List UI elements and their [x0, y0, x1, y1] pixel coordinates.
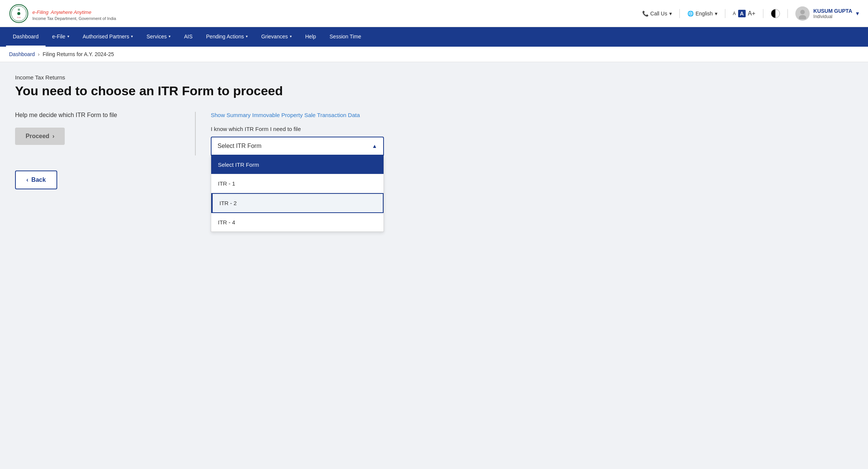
nav-label-services: Services: [146, 34, 167, 40]
svg-point-2: [17, 12, 20, 15]
dropdown-arrow-icon: ▲: [372, 143, 377, 149]
back-arrow-icon: ‹: [26, 177, 28, 183]
option-label-1: ITR - 1: [218, 180, 235, 187]
dropdown-selected[interactable]: Select ITR Form ▲: [211, 137, 384, 155]
nav-item-authorised-partners[interactable]: Authorised Partners ▾: [76, 27, 140, 47]
call-chevron-icon: ▾: [669, 11, 672, 17]
svg-point-5: [800, 10, 805, 14]
dropdown-selected-label: Select ITR Form: [218, 143, 261, 149]
contrast-button[interactable]: [771, 9, 780, 18]
nav-label-grievances: Grievances: [261, 34, 288, 40]
breadcrumb: Dashboard › Filing Returns for A.Y. 2024…: [0, 47, 868, 62]
svg-text:🏛: 🏛: [18, 8, 20, 11]
back-label: Back: [31, 177, 46, 183]
navbar: Dashboard e-File ▾ Authorised Partners ▾…: [0, 27, 868, 47]
partners-chevron-icon: ▾: [131, 34, 133, 38]
user-area[interactable]: KUSUM GUPTA Individual ▾: [795, 6, 859, 21]
user-role: Individual: [813, 14, 852, 19]
svg-point-6: [799, 15, 806, 19]
breadcrumb-current: Filing Returns for A.Y. 2024-25: [43, 51, 114, 57]
grievances-chevron-icon: ▾: [290, 34, 292, 38]
logo-subtitle: Income Tax Department, Government of Ind…: [32, 16, 116, 21]
right-panel: Show Summary Immovable Property Sale Tra…: [196, 112, 437, 155]
call-us-button[interactable]: 📞 Call Us ▾: [642, 11, 672, 17]
dropdown-option-select[interactable]: Select ITR Form: [211, 155, 384, 174]
lang-chevron-icon: ▾: [715, 11, 717, 17]
font-increase-button[interactable]: A+: [748, 10, 755, 17]
logo-area: 🏛 TAX e-Filing Anywhere Anytime Income T…: [9, 4, 116, 23]
dropdown-option-itr4[interactable]: ITR - 4: [211, 213, 384, 231]
pending-chevron-icon: ▾: [246, 34, 248, 38]
emblem-icon: 🏛 TAX: [9, 4, 29, 23]
nav-item-ais[interactable]: AIS: [177, 27, 199, 47]
summary-link[interactable]: Show Summary Immovable Property Sale Tra…: [211, 112, 437, 118]
user-name: KUSUM GUPTA: [813, 8, 852, 14]
user-info: KUSUM GUPTA Individual: [813, 8, 852, 19]
divider-2: [725, 9, 725, 18]
nav-item-dashboard[interactable]: Dashboard: [6, 27, 46, 47]
nav-label-ais: AIS: [184, 34, 193, 40]
content-grid: Help me decide which ITR Form to file Pr…: [15, 112, 437, 155]
breadcrumb-dashboard-link[interactable]: Dashboard: [9, 51, 35, 57]
avatar: [795, 6, 810, 21]
font-normal-button[interactable]: A: [738, 10, 746, 17]
nav-label-session-time: Session Time: [330, 34, 361, 40]
font-controls: A A A+: [733, 10, 755, 17]
breadcrumb-separator: ›: [38, 51, 40, 57]
efile-chevron-icon: ▾: [67, 34, 69, 38]
phone-icon: 📞: [642, 11, 649, 17]
main-content: Income Tax Returns You need to choose an…: [0, 62, 452, 201]
divider-4: [787, 9, 788, 18]
services-chevron-icon: ▾: [169, 34, 171, 38]
language-button[interactable]: 🌐 English ▾: [687, 11, 717, 17]
nav-label-efile: e-File: [52, 34, 65, 40]
help-text: Help me decide which ITR Form to file: [15, 112, 180, 119]
proceed-button[interactable]: Proceed ›: [15, 128, 65, 145]
svg-text:TAX: TAX: [17, 17, 21, 18]
option-label-3: ITR - 4: [218, 219, 235, 225]
header: 🏛 TAX e-Filing Anywhere Anytime Income T…: [0, 0, 868, 27]
option-label-0: Select ITR Form: [218, 161, 259, 168]
divider-3: [763, 9, 763, 18]
nav-label-pending-actions: Pending Actions: [206, 34, 244, 40]
page-label: Income Tax Returns: [15, 74, 437, 81]
nav-item-pending-actions[interactable]: Pending Actions ▾: [199, 27, 254, 47]
dropdown-option-itr1[interactable]: ITR - 1: [211, 174, 384, 193]
logo-title: e-Filing Anywhere Anytime: [32, 6, 116, 16]
dropdown-list: Select ITR Form ITR - 1 ITR - 2 ITR - 4: [211, 155, 384, 232]
font-large-label: A+: [748, 10, 755, 17]
language-label: English: [696, 11, 713, 17]
nav-item-efile[interactable]: e-File ▾: [46, 27, 76, 47]
font-small-label: A: [733, 11, 736, 16]
call-us-label: Call Us: [650, 11, 667, 17]
avatar-icon: [797, 8, 808, 19]
left-panel: Help me decide which ITR Form to file Pr…: [15, 112, 196, 155]
globe-icon: 🌐: [687, 11, 694, 17]
option-label-2: ITR - 2: [219, 200, 237, 206]
back-button[interactable]: ‹ Back: [15, 171, 57, 189]
logo-tagline: Anywhere Anytime: [51, 9, 91, 15]
proceed-arrow-icon: ›: [52, 133, 54, 140]
divider-1: [679, 9, 680, 18]
page-title: You need to choose an ITR Form to procee…: [15, 84, 437, 98]
nav-item-grievances[interactable]: Grievances ▾: [254, 27, 298, 47]
font-medium-label: A: [740, 11, 744, 17]
nav-item-services[interactable]: Services ▾: [140, 27, 177, 47]
itr-form-dropdown[interactable]: Select ITR Form ▲ Select ITR Form ITR - …: [211, 137, 384, 155]
nav-label-authorised-partners: Authorised Partners: [83, 34, 129, 40]
logo-title-text: e-Filing: [32, 9, 49, 15]
logo-text: e-Filing Anywhere Anytime Income Tax Dep…: [32, 6, 116, 21]
nav-label-dashboard: Dashboard: [13, 34, 39, 40]
user-chevron-icon: ▾: [856, 10, 859, 17]
nav-item-help[interactable]: Help: [298, 27, 323, 47]
nav-label-help: Help: [305, 34, 316, 40]
dropdown-option-itr2[interactable]: ITR - 2: [211, 193, 384, 213]
know-label: I know which ITR Form I need to file: [211, 126, 437, 132]
font-decrease-button[interactable]: A: [733, 11, 736, 16]
header-controls: 📞 Call Us ▾ 🌐 English ▾ A A A+: [642, 6, 859, 21]
nav-item-session-time: Session Time: [323, 27, 368, 47]
proceed-label: Proceed: [26, 133, 49, 140]
